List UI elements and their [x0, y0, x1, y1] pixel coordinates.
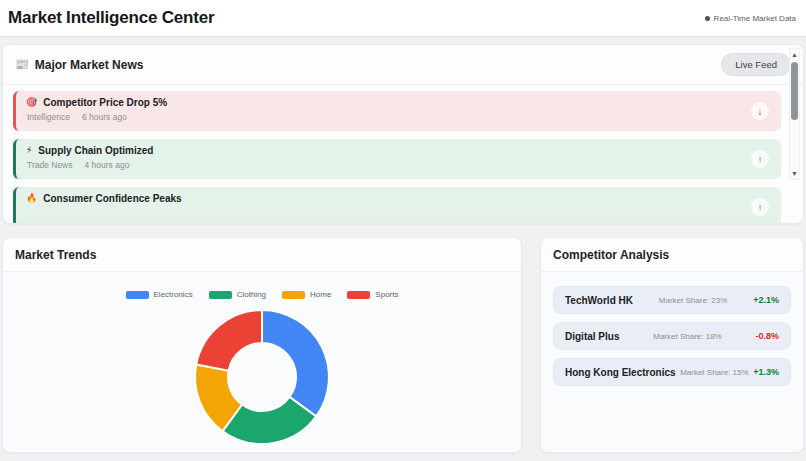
- scrollbar-thumb[interactable]: [791, 62, 798, 120]
- competitor-change: +2.1%: [753, 295, 779, 305]
- competitor-share: Market Share: 15%: [680, 368, 748, 377]
- legend-color-swatch: [209, 291, 232, 299]
- news-item-category: Intelligence: [27, 112, 70, 122]
- news-item-title: Supply Chain Optimized: [38, 145, 153, 156]
- competitor-change: -0.8%: [755, 331, 779, 341]
- legend-label: Sports: [375, 290, 398, 299]
- donut-segment-sports[interactable]: [196, 310, 262, 371]
- live-feed-button[interactable]: Live Feed: [721, 53, 791, 76]
- news-item-icon: 🔥: [26, 194, 37, 203]
- legend-color-swatch: [126, 291, 149, 299]
- trends-card-title: Market Trends: [15, 248, 96, 262]
- scroll-up-icon[interactable]: ▲: [790, 49, 799, 60]
- news-item-icon: 🎯: [26, 98, 37, 107]
- donut-chart[interactable]: [186, 301, 338, 453]
- up-arrow-icon: ↑: [751, 150, 769, 168]
- major-market-news-card: 📰 Major Market News Live Feed 🎯 Competit…: [2, 44, 804, 224]
- news-list-item[interactable]: 🔥 Consumer Confidence Peaks ↑: [13, 187, 781, 223]
- news-item-meta: Intelligence 6 hours ago: [27, 112, 771, 122]
- competitors-card-body: TechWorld HK Market Share: 23% +2.1% Dig…: [541, 272, 803, 453]
- competitor-change: +1.3%: [753, 367, 779, 377]
- legend-label: Electronics: [154, 290, 193, 299]
- legend-item[interactable]: Electronics: [126, 290, 193, 299]
- trends-card-header: Market Trends: [3, 238, 521, 272]
- news-item-time: 6 hours ago: [82, 112, 127, 122]
- status-dot-icon: [705, 16, 710, 21]
- news-item-title: Consumer Confidence Peaks: [43, 193, 181, 204]
- news-item-title: Competitor Price Drop 5%: [43, 97, 167, 108]
- legend-label: Home: [310, 290, 331, 299]
- legend-color-swatch: [347, 291, 370, 299]
- competitor-rows: TechWorld HK Market Share: 23% +2.1% Dig…: [541, 272, 803, 386]
- competitor-analysis-card: Competitor Analysis TechWorld HK Market …: [540, 237, 804, 453]
- competitor-name: Hong Kong Electronics: [565, 367, 676, 378]
- competitors-card-header: Competitor Analysis: [541, 238, 803, 272]
- page-title: Market Intelligence Center: [8, 8, 214, 28]
- legend-color-swatch: [282, 291, 305, 299]
- competitor-share: Market Share: 23%: [659, 296, 727, 305]
- news-list-item[interactable]: ⚡ Supply Chain Optimized Trade News 4 ho…: [13, 139, 781, 179]
- scroll-down-icon[interactable]: ▼: [790, 168, 799, 179]
- trends-card-body: Electronics Clothing Home Sports: [3, 272, 521, 453]
- competitor-row[interactable]: Hong Kong Electronics Market Share: 15% …: [553, 358, 791, 386]
- news-list: 🎯 Competitor Price Drop 5% Intelligence …: [3, 85, 803, 223]
- competitor-share: Market Share: 18%: [653, 332, 721, 341]
- legend-item[interactable]: Clothing: [209, 290, 266, 299]
- realtime-status: Real-Time Market Data: [705, 14, 796, 23]
- up-arrow-icon: ↑: [751, 198, 769, 216]
- legend-label: Clothing: [237, 290, 266, 299]
- app-header: Market Intelligence Center Real-Time Mar…: [0, 0, 806, 37]
- chart-legend: Electronics Clothing Home Sports: [3, 272, 521, 299]
- market-trends-card: Market Trends Electronics Clothing Home …: [2, 237, 522, 453]
- news-item-time: 4 hours ago: [85, 160, 130, 170]
- down-arrow-icon: ↓: [751, 102, 769, 120]
- news-card-header: 📰 Major Market News Live Feed: [3, 45, 803, 85]
- news-item-title-row: ⚡ Supply Chain Optimized: [26, 145, 771, 156]
- competitor-name: Digital Plus: [565, 331, 619, 342]
- competitor-row[interactable]: Digital Plus Market Share: 18% -0.8%: [553, 322, 791, 350]
- news-scrollbar[interactable]: ▲ ▼: [789, 48, 800, 180]
- news-card-title: 📰 Major Market News: [15, 58, 143, 72]
- competitor-row[interactable]: TechWorld HK Market Share: 23% +2.1%: [553, 286, 791, 314]
- newspaper-icon: 📰: [15, 58, 29, 71]
- news-list-item[interactable]: 🎯 Competitor Price Drop 5% Intelligence …: [13, 91, 781, 131]
- legend-item[interactable]: Home: [282, 290, 331, 299]
- news-item-icon: ⚡: [26, 146, 32, 155]
- news-item-title-row: 🎯 Competitor Price Drop 5%: [26, 97, 771, 108]
- competitors-card-title: Competitor Analysis: [553, 248, 669, 262]
- status-label: Real-Time Market Data: [714, 14, 796, 23]
- competitor-name: TechWorld HK: [565, 295, 633, 306]
- news-title-text: Major Market News: [35, 58, 144, 72]
- news-item-category: Trade News: [27, 160, 73, 170]
- legend-item[interactable]: Sports: [347, 290, 398, 299]
- news-item-title-row: 🔥 Consumer Confidence Peaks: [26, 193, 771, 204]
- news-item-meta: Trade News 4 hours ago: [27, 160, 771, 170]
